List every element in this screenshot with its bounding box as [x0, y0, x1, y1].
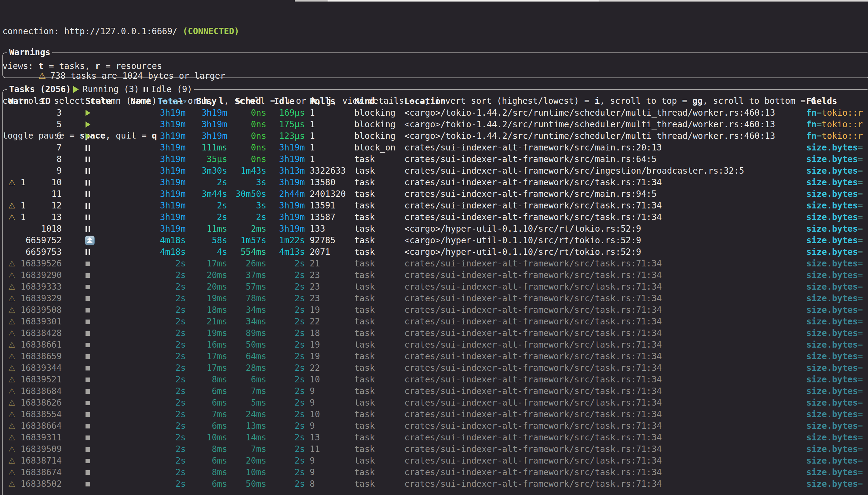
state-cell: [85, 270, 90, 281]
location-cell: <cargo>/tokio-1.44.2/src/runtime/schedul…: [404, 130, 775, 142]
busy-cell: 2s: [188, 211, 227, 223]
warning-icon: ⚠: [8, 433, 15, 442]
state-cell: [85, 107, 90, 119]
task-row[interactable]: 113h19m3m44s30m50s2h44m2401320taskcrates…: [3, 188, 868, 200]
column-header-location[interactable]: Location: [404, 96, 446, 107]
total-cell: 2s: [141, 351, 186, 362]
task-row[interactable]: ⚠ 168392902s20ms37ms2s23taskcrates/sui-i…: [3, 270, 868, 281]
duration-value: 3h19m: [160, 119, 186, 130]
task-row[interactable]: ⚠ 168393012s21ms34ms2s22taskcrates/sui-i…: [3, 316, 868, 327]
duration-value: 11ms: [207, 224, 227, 234]
column-header-busy[interactable]: Busy: [196, 96, 217, 107]
column-header-total[interactable]: Total▿: [157, 96, 187, 107]
column-header-warn[interactable]: Warn: [8, 96, 29, 107]
duration-value: 2s: [295, 456, 305, 466]
task-row[interactable]: 63h19m3h19m0ns123µs1blocking<cargo>/toki…: [3, 130, 868, 142]
duration-value: 2s: [295, 270, 305, 280]
task-id-cell: 6838554: [24, 409, 62, 420]
duration-value: 123µs: [279, 131, 305, 141]
warning-icon: ⚠: [8, 306, 15, 314]
polls-cell: 22: [310, 316, 320, 327]
field-key: size.bytes: [806, 154, 858, 164]
state-idle-icon: [85, 203, 90, 209]
task-row[interactable]: ⚠ 168393112s10ms14ms2s13taskcrates/sui-i…: [3, 432, 868, 443]
state-completed-icon: [85, 285, 90, 289]
duration-value: 8ms: [212, 467, 227, 477]
total-cell: 2s: [141, 362, 186, 374]
duration-value: 8ms: [212, 374, 227, 385]
task-row[interactable]: 83h19m35µs0ns3h19m1taskcrates/sui-indexe…: [3, 154, 868, 165]
task-row[interactable]: ⚠ 168395082s18ms34ms2s19taskcrates/sui-i…: [3, 304, 868, 316]
task-row[interactable]: ⚠ 168385542s7ms24ms2s10taskcrates/sui-in…: [3, 409, 868, 420]
field-key: size.bytes: [806, 398, 858, 408]
duration-value: 13ms: [246, 421, 266, 431]
column-header-idle[interactable]: Idle: [274, 96, 295, 107]
task-row[interactable]: 66597524m18s58s1m57s1m22s92785task<cargo…: [3, 235, 868, 246]
polls-cell: 13580: [310, 177, 335, 188]
idle-cell: 4m13s: [268, 246, 305, 258]
field-key: size.bytes: [806, 374, 858, 385]
total-cell: 3h19m: [141, 200, 186, 211]
task-row[interactable]: ⚠ 168386742s8ms10ms2s9taskcrates/sui-ind…: [3, 467, 868, 478]
duration-value: 3m30s: [202, 166, 227, 176]
task-row[interactable]: ⚠ 168395212s8ms6ms2s10taskcrates/sui-ind…: [3, 374, 868, 386]
column-header-polls[interactable]: Polls: [310, 96, 335, 107]
task-row[interactable]: ⚠ 168386612s16ms50ms2s19taskcrates/sui-i…: [3, 339, 868, 351]
column-header-name[interactable]: Name: [130, 96, 151, 107]
duration-value: 7ms: [251, 444, 266, 454]
task-row[interactable]: 73h19m111ms0ns3h19m1block_oncrates/sui-i…: [3, 142, 868, 154]
task-row[interactable]: ⚠ 168393292s19ms78ms2s23taskcrates/sui-i…: [3, 293, 868, 304]
idle-cell: 1m22s: [268, 235, 305, 246]
fields-cell: fn=tokio::r: [806, 119, 867, 130]
task-row[interactable]: 93h19m3m30s1m43s3h13m3322633taskcrates/s…: [3, 165, 868, 177]
state-completed-icon: [85, 389, 90, 394]
task-row[interactable]: ⚠ 168384282s19ms89ms2s18taskcrates/sui-i…: [3, 327, 868, 339]
duration-value: 6ms: [212, 479, 227, 489]
task-row[interactable]: ⚠ 168386842s6ms7ms2s9taskcrates/sui-inde…: [3, 386, 868, 397]
state-cell: [85, 397, 90, 409]
task-row[interactable]: ⚠ 168395092s8ms7ms2s11taskcrates/sui-ind…: [3, 443, 868, 455]
fields-cell: size.bytes=: [806, 467, 867, 478]
warn-cell: ⚠ 1: [8, 327, 26, 339]
warning-icon: ⚠: [8, 422, 15, 431]
task-row[interactable]: 10183h19m11ms2ms3h19m133task<cargo>/hype…: [3, 223, 868, 235]
field-key: size.bytes: [806, 189, 858, 199]
task-row[interactable]: ⚠ 168386262s6ms5ms2s9taskcrates/sui-inde…: [3, 397, 868, 409]
warn-cell: ⚠ 1: [8, 362, 26, 374]
field-equals: =: [858, 305, 863, 315]
task-row[interactable]: ⚠ 1133h19m2s2s3h19m13587taskcrates/sui-i…: [3, 211, 868, 223]
task-row[interactable]: 66597534m18s4s554ms4m13s2071task<cargo>/…: [3, 246, 868, 258]
field-equals: =: [858, 456, 863, 466]
task-row[interactable]: ⚠ 168386642s6ms13ms2s9taskcrates/sui-ind…: [3, 420, 868, 432]
task-row[interactable]: ⚠ 168385022s6ms50ms2s8taskcrates/sui-ind…: [3, 478, 868, 490]
task-row[interactable]: ⚠ 168393332s20ms57ms2s23taskcrates/sui-i…: [3, 281, 868, 293]
task-row[interactable]: ⚠ 168395262s17ms26ms2s21taskcrates/sui-i…: [3, 258, 868, 270]
busy-cell: 11ms: [188, 223, 227, 235]
warning-icon: ⚠: [8, 201, 15, 210]
duration-value: 2s: [175, 456, 186, 466]
duration-value: 16ms: [207, 340, 227, 350]
field-equals: =: [858, 479, 863, 489]
task-row[interactable]: 33h19m3h19m0ns169µs1blocking<cargo>/toki…: [3, 107, 868, 119]
kind-cell: task: [354, 432, 375, 443]
task-row[interactable]: ⚠ 1123h19m2s3s3h19m13591taskcrates/sui-i…: [3, 200, 868, 211]
polls-cell: 10: [310, 374, 320, 386]
task-row[interactable]: ⚠ 1103h19m2s3s3h19m13580taskcrates/sui-i…: [3, 177, 868, 188]
field-key: size.bytes: [806, 142, 858, 153]
state-completed-icon: [85, 412, 90, 417]
task-row[interactable]: ⚠ 168386592s17ms64ms2s19taskcrates/sui-i…: [3, 351, 868, 362]
column-header-fields[interactable]: Fields: [806, 96, 837, 107]
task-row[interactable]: ⚠ 168393442s17ms28ms2s22taskcrates/sui-i…: [3, 362, 868, 374]
duration-value: 3h19m: [160, 177, 186, 187]
field-value: tokio::r: [822, 131, 863, 141]
column-header-state[interactable]: State: [85, 96, 111, 107]
task-row[interactable]: 53h19m3h19m0ns175µs1blocking<cargo>/toki…: [3, 119, 868, 130]
column-header-kind[interactable]: Kind: [354, 96, 375, 107]
duration-value: 2s: [295, 421, 305, 431]
task-row[interactable]: ⚠ 168387142s6ms20ms2s9taskcrates/sui-ind…: [3, 455, 868, 467]
column-header-id[interactable]: ID: [40, 96, 51, 107]
column-header-sched[interactable]: Sched: [235, 96, 261, 107]
location-cell: crates/sui-indexer-alt-framework/src/tas…: [404, 270, 662, 281]
state-cell: [85, 119, 90, 130]
location-cell: crates/sui-indexer-alt-framework/src/tas…: [404, 386, 662, 397]
